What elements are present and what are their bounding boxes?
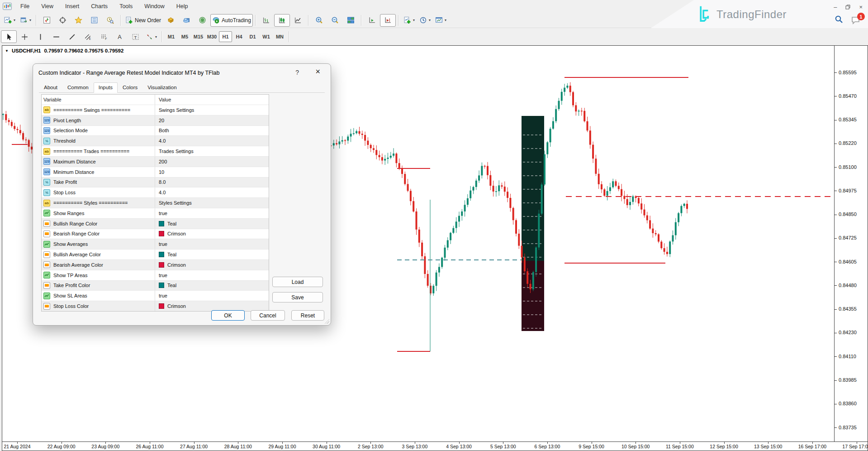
param-row[interactable]: 123Minimum Distance10 xyxy=(42,167,269,177)
param-value-cell[interactable]: Crimson xyxy=(155,301,269,311)
param-value-cell[interactable]: true xyxy=(155,291,269,301)
auto-scroll-button[interactable] xyxy=(364,14,380,27)
cursor-tool-button[interactable] xyxy=(1,30,17,43)
templates-button[interactable]: ▾ xyxy=(433,14,449,27)
param-value-cell[interactable]: true xyxy=(155,239,269,249)
param-value-cell[interactable]: 8.0 xyxy=(155,178,269,187)
chart-shift-button[interactable] xyxy=(380,14,396,27)
crosshair-tool-button[interactable] xyxy=(17,30,33,43)
timeframe-m5[interactable]: M5 xyxy=(178,31,191,42)
param-value-cell[interactable]: true xyxy=(155,270,269,280)
indicators-button[interactable]: ▾ xyxy=(401,14,417,27)
param-value-cell[interactable]: Teal xyxy=(155,249,269,259)
mql5-storage-button[interactable] xyxy=(179,14,194,27)
timeframe-h4[interactable]: H4 xyxy=(232,31,246,42)
zoom-in-button[interactable] xyxy=(311,14,327,27)
search-icon[interactable] xyxy=(835,15,843,25)
param-value-cell[interactable]: 4.0 xyxy=(155,187,269,197)
load-button[interactable]: Load xyxy=(272,277,323,287)
symbol-quote[interactable]: ▼ USDCHF,H1 0.79597 0.79602 0.79575 0.79… xyxy=(5,48,123,53)
dropdown-caret-icon[interactable]: ▾ xyxy=(413,18,415,22)
param-value-cell[interactable]: Teal xyxy=(155,281,269,291)
line-chart-button[interactable] xyxy=(290,14,306,27)
dropdown-caret-icon[interactable]: ▾ xyxy=(445,18,446,22)
timeframe-w1[interactable]: W1 xyxy=(260,31,273,42)
price-axis[interactable]: 0.855950.854700.853450.852200.851000.849… xyxy=(834,46,868,442)
param-row[interactable]: Show Averagestrue xyxy=(42,239,269,249)
new-order-button[interactable]: New Order xyxy=(123,14,163,27)
cancel-button[interactable]: Cancel xyxy=(251,310,285,321)
param-value-cell[interactable]: 10 xyxy=(155,167,269,177)
param-value-cell[interactable]: true xyxy=(155,208,269,218)
menu-help[interactable]: Help xyxy=(171,1,194,11)
param-row[interactable]: Bullish Average ColorTeal xyxy=(42,249,269,259)
param-row[interactable]: Show Rangestrue xyxy=(42,208,269,218)
tile-windows-button[interactable] xyxy=(343,14,359,27)
param-row[interactable]: Bullish Range ColorTeal xyxy=(42,218,269,229)
menu-window[interactable]: Window xyxy=(138,1,170,11)
dialog-help-button[interactable]: ? xyxy=(293,68,302,77)
strategy-tester-button[interactable] xyxy=(102,14,118,27)
menu-tools[interactable]: Tools xyxy=(114,1,138,11)
dropdown-caret-icon[interactable]: ▾ xyxy=(29,18,31,22)
param-value-cell[interactable]: Both xyxy=(155,126,269,136)
dialog-title[interactable]: Custom Indicator - Range Average Retest … xyxy=(38,70,219,76)
dropdown-caret-icon[interactable]: ▾ xyxy=(155,35,157,39)
arrows-tool-button[interactable]: ▾ xyxy=(143,30,159,43)
timeframe-m1[interactable]: M1 xyxy=(165,31,178,42)
param-row[interactable]: ½Take Profit8.0 xyxy=(42,177,269,187)
param-value-cell[interactable]: 4.0 xyxy=(155,136,269,146)
param-row[interactable]: 123Maximum Distance200 xyxy=(42,156,269,167)
data-window-button[interactable] xyxy=(55,14,71,27)
param-value-cell[interactable]: Trades Settings xyxy=(155,146,269,156)
timeframe-m30[interactable]: M30 xyxy=(205,31,218,42)
bar-chart-button[interactable] xyxy=(258,14,274,27)
favorites-button[interactable] xyxy=(71,14,86,27)
param-row[interactable]: Stop Loss ColorCrimson xyxy=(42,301,269,311)
trendline-tool-button[interactable] xyxy=(64,30,80,43)
autotrading-button[interactable]: AutoTrading xyxy=(210,14,253,27)
collapse-triangle-icon[interactable]: ▼ xyxy=(5,49,9,53)
fibonacci-tool-button[interactable]: F xyxy=(96,30,112,43)
restore-button[interactable] xyxy=(845,5,850,10)
param-value-cell[interactable]: Crimson xyxy=(155,229,269,239)
dropdown-caret-icon[interactable]: ▾ xyxy=(429,18,431,22)
save-button[interactable]: Save xyxy=(272,292,323,302)
timeframe-h1[interactable]: H1 xyxy=(219,31,232,42)
minimize-button[interactable]: – xyxy=(834,4,837,10)
equidistant-channel-tool-button[interactable]: E xyxy=(80,30,96,43)
param-value-cell[interactable]: Swings Settings xyxy=(155,105,269,115)
param-row[interactable]: ab========== Swings ==========Swings Set… xyxy=(42,105,269,115)
param-row[interactable]: ab========== Trades ==========Trades Set… xyxy=(42,146,269,156)
param-row[interactable]: 123Selection ModeBoth xyxy=(42,125,269,136)
param-value-cell[interactable]: Crimson xyxy=(155,260,269,270)
dialog-close-button[interactable]: × xyxy=(312,66,324,77)
menu-view[interactable]: View xyxy=(35,1,59,11)
menu-file[interactable]: File xyxy=(14,1,35,11)
param-value-cell[interactable]: Styles Settings xyxy=(155,198,269,208)
profiles-button[interactable]: ▾ xyxy=(18,14,33,27)
periods-button[interactable]: ▾ xyxy=(417,14,433,27)
new-chart-button[interactable]: ▾ xyxy=(2,14,18,27)
menu-charts[interactable]: Charts xyxy=(85,1,114,11)
param-row[interactable]: Show TP Areastrue xyxy=(42,270,269,280)
tab-inputs[interactable]: Inputs xyxy=(94,82,118,93)
candle-chart-button[interactable] xyxy=(274,14,290,27)
text-label-tool-button[interactable]: T xyxy=(128,30,143,43)
timeframe-m15[interactable]: M15 xyxy=(192,31,205,42)
param-value-cell[interactable]: Teal xyxy=(155,219,269,229)
param-row[interactable]: ab========== Styles ==========Styles Set… xyxy=(42,197,269,208)
text-tool-button[interactable]: A xyxy=(112,30,128,43)
ok-button[interactable]: OK xyxy=(211,310,245,321)
close-button[interactable]: × xyxy=(859,4,863,10)
navigator-button[interactable] xyxy=(86,14,102,27)
metaeditor-button[interactable] xyxy=(163,14,179,27)
param-row[interactable]: Bearish Average ColorCrimson xyxy=(42,259,269,270)
tab-common[interactable]: Common xyxy=(62,82,94,93)
signals-button[interactable] xyxy=(194,14,210,27)
param-value-cell[interactable]: 20 xyxy=(155,115,269,125)
menu-insert[interactable]: Insert xyxy=(59,1,85,11)
param-row[interactable]: ½Threshold4.0 xyxy=(42,135,269,146)
resize-grip[interactable] xyxy=(324,319,329,324)
time-axis[interactable]: 21 Aug 202422 Aug 09:0023 Aug 09:0026 Au… xyxy=(2,441,868,451)
